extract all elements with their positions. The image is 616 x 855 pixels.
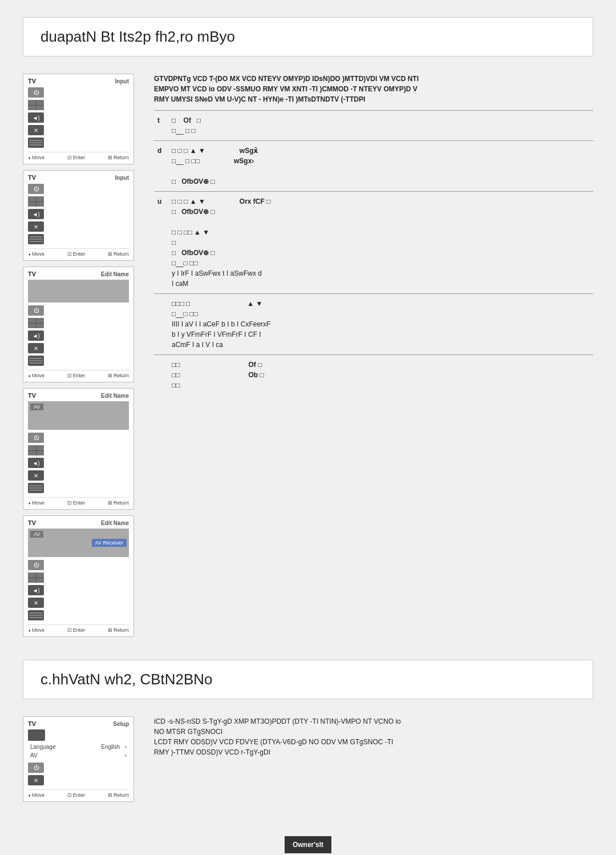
panel5-enter: ⊡Enter xyxy=(67,627,86,633)
speaker-icon-5: ◄) xyxy=(28,585,44,595)
panel3-icon-x: ✕ xyxy=(28,342,129,354)
section2-desc: iCD -s-NS-nSD S-TgY-gD XMP MT3O)PDDT (DT… xyxy=(154,716,593,757)
row5-col2: □□ Of □ □□ Ob □ □□ xyxy=(168,355,593,396)
panel1-header: TV Input xyxy=(28,78,129,84)
power-icon-setup: ⏻ xyxy=(28,763,44,773)
panel3-move: ⬧Move xyxy=(28,373,44,378)
section1-right-text: GTVDPNTg VCD T-(DO MX VCD NTEYV OMYP)D I… xyxy=(154,74,593,637)
panel5-screen: AV AV Receiver xyxy=(28,529,129,557)
panel1-icon-power: ⏻ xyxy=(28,87,129,98)
speaker-icon: ◄) xyxy=(28,112,44,123)
menu-icon-4 xyxy=(28,483,44,493)
panel1-icon-speaker: ◄) xyxy=(28,112,129,123)
panel1-icons: ⏻ ◄) ✕ xyxy=(28,87,129,148)
panel4-icon-speaker: ◄) xyxy=(28,457,129,469)
panel1-bottom: ⬧Move ⊡Enter ⊞Return xyxy=(28,152,129,160)
panel4-icon-power: ⏻ xyxy=(28,432,129,443)
setup-icon-power: ⏻ xyxy=(28,762,129,773)
row3-col1: u xyxy=(154,192,168,294)
power-icon: ⏻ xyxy=(28,87,44,98)
desc2-line1: iCD -s-NS-nSD S-TgY-gD XMP MT3O)PDDT (DT… xyxy=(154,717,401,725)
panel1-enter: ⊡Enter xyxy=(67,155,86,160)
section2-content: TV Setup Language English › AV › ⏻ xyxy=(23,716,593,802)
desc2-line2: NO MTSR GTgSNOCI xyxy=(154,728,222,736)
panel3-bottom: ⬧Move ⊡Enter ⊞Return xyxy=(28,370,129,378)
tv-panel-3: TV Edit Name ⏻ ◄) xyxy=(23,267,134,382)
panel5-icon-speaker: ◄) xyxy=(28,584,129,596)
x-icon-2: ✕ xyxy=(28,221,44,232)
panel1-icon-menu xyxy=(28,137,129,148)
panel5-icon-grid xyxy=(28,572,129,583)
panel2-icon-power: ⏻ xyxy=(28,183,129,195)
desc2-line4: RMY )-TTMV ODSD)V VCD r-TgY-gDI xyxy=(154,748,270,756)
panel3-icons: ⏻ ◄) ✕ xyxy=(28,305,129,366)
panel1-title: TV xyxy=(28,78,36,84)
panel1-move: ⬧Move xyxy=(28,155,44,160)
panel5-bottom: ⬧Move ⊡Enter ⊞Return xyxy=(28,624,129,633)
row2-col1: d xyxy=(154,141,168,192)
speaker-icon-3: ◄) xyxy=(28,330,44,341)
panel5-return: ⊞Return xyxy=(108,627,129,633)
panel5-header: TV Edit Name xyxy=(28,519,129,526)
panel2-icon-menu xyxy=(28,233,129,245)
panel5-av-receiver: AV Receiver xyxy=(92,539,127,547)
panel4-return: ⊞Return xyxy=(108,500,129,506)
panel5-av-label: AV xyxy=(30,531,43,538)
panel2-bottom: ⬧Move ⊡Enter ⊞Return xyxy=(28,248,129,257)
panel3-screen xyxy=(28,280,129,303)
setup-language-label: Language xyxy=(30,744,56,750)
grid-icon-3 xyxy=(28,318,44,328)
setup-language-value: English › xyxy=(102,744,127,750)
panel4-bottom: ⬧Move ⊡Enter ⊞Return xyxy=(28,497,129,506)
row5-col1 xyxy=(154,355,168,396)
page-wrapper: duapatN Bt Its2p fh2,ro mByo TV Input ⏻ xyxy=(0,0,616,855)
panel2-move: ⬧Move xyxy=(28,251,44,257)
row2-col2: □ □ □ ▲ ▼ wSgx̄ □__ □ □□ wSgx› □ OfbOV⊕ … xyxy=(168,141,593,192)
row1-col1: t xyxy=(154,111,168,141)
panel3-header: TV Edit Name xyxy=(28,271,129,277)
x-icon-4: ✕ xyxy=(28,470,44,481)
setup-icon-x: ✕ xyxy=(28,775,129,786)
desc-line1: GTVDPNTg VCD T-(DO MX VCD NTEYV OMYP)D I… xyxy=(154,75,419,83)
x-icon-setup: ✕ xyxy=(28,775,44,785)
owner-label: Owner'sIt xyxy=(285,836,331,853)
desc-line2: EMPVO MT VCD io ODV -SSMUO RMY VM XNTI -… xyxy=(154,85,418,93)
setup-tv-panel: TV Setup Language English › AV › ⏻ xyxy=(23,716,134,802)
panel4-icon-x: ✕ xyxy=(28,470,129,481)
row1-col2: □ Of □ □__ □ □ xyxy=(168,111,593,141)
panel4-icon-menu xyxy=(28,482,129,494)
panel3-enter: ⊡Enter xyxy=(67,373,86,378)
x-icon-5: ✕ xyxy=(28,598,44,608)
panel2-return: ⊞Return xyxy=(108,251,129,257)
table-row-1: t □ Of □ □__ □ □ xyxy=(154,111,593,141)
section1-header: duapatN Bt Its2p fh2,ro mByo xyxy=(23,17,593,57)
setup-panel-title: TV xyxy=(28,720,36,727)
row4-col2: □□□ □ ▲ ▼ □__□ □□ IIII I aV I I aCeF b I… xyxy=(168,294,593,355)
panel5-move: ⬧Move xyxy=(28,627,44,633)
panel3-label: Edit Name xyxy=(101,271,129,277)
panel3-icon-power: ⏻ xyxy=(28,305,129,316)
panel3-icon-grid xyxy=(28,317,129,329)
x-icon: ✕ xyxy=(28,125,44,135)
setup-item-av: AV › xyxy=(28,751,129,760)
row4-col1 xyxy=(154,294,168,355)
panel5-icons: ⏻ ◄) ✕ xyxy=(28,559,129,621)
setup-return: ⊞Return xyxy=(108,792,129,798)
setup-av-value: › xyxy=(125,752,127,759)
grid-icon-4 xyxy=(28,445,44,455)
panel5-icon-menu xyxy=(28,610,129,621)
panel2-label: Input xyxy=(115,175,129,181)
table-row-2: d □ □ □ ▲ ▼ wSgx̄ □__ □ □□ wSgx› □ OfbOV… xyxy=(154,141,593,192)
table-row-5: □□ Of □ □□ Ob □ □□ xyxy=(154,355,593,396)
table-row-4: □□□ □ ▲ ▼ □__□ □□ IIII I aV I I aCeF b I… xyxy=(154,294,593,355)
speaker-icon-4: ◄) xyxy=(28,458,44,468)
panel4-enter: ⊡Enter xyxy=(67,500,86,506)
menu-icon xyxy=(28,138,44,148)
panel4-screen: AV xyxy=(28,401,129,430)
tv-panel-1: TV Input ⏻ ◄) ✕ xyxy=(23,74,134,164)
menu-icon-2 xyxy=(28,234,44,244)
setup-item-language: Language English › xyxy=(28,743,129,751)
info-table: t □ Of □ □__ □ □ d □ □ □ ▲ ▼ wSgx̄ □__ □… xyxy=(154,110,593,395)
section2-right-text: iCD -s-NS-nSD S-TgY-gD XMP MT3O)PDDT (DT… xyxy=(154,716,593,802)
setup-panel-header: TV Setup xyxy=(28,720,129,727)
